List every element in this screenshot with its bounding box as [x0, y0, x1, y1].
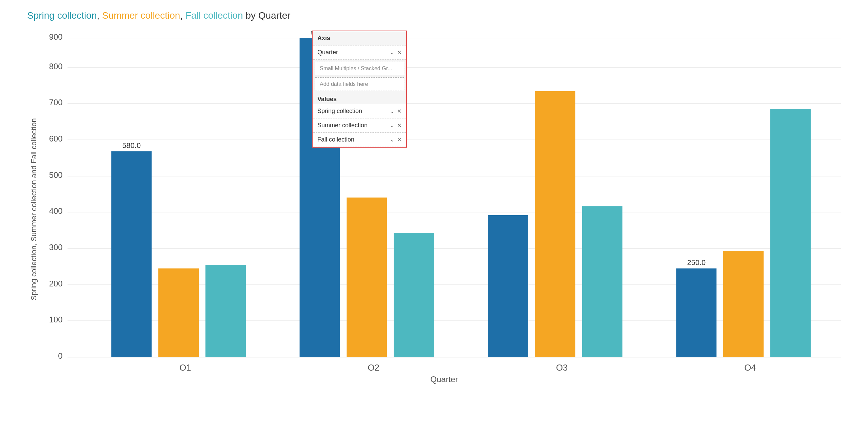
chart-area: Spring collection, Summer collection and…: [27, 31, 848, 388]
bar-q1-spring: [111, 151, 152, 357]
svg-text:Q2: Q2: [368, 363, 379, 371]
chevron-down-icon[interactable]: ⌄: [390, 108, 394, 114]
bar-q4-spring: [676, 268, 716, 357]
svg-text:100: 100: [49, 315, 63, 324]
chevron-down-icon[interactable]: ⌄: [390, 122, 394, 129]
bar-q3-spring: [488, 215, 528, 357]
panel-quarter-row[interactable]: Quarter ⌄ ✕: [313, 45, 406, 60]
svg-text:Q1: Q1: [179, 363, 191, 371]
close-icon[interactable]: ✕: [397, 108, 401, 114]
panel-quarter-label: Quarter: [317, 49, 390, 56]
panel-summer-row[interactable]: Summer collection ⌄ ✕: [313, 118, 406, 133]
bar-q3-summer: [535, 91, 575, 357]
svg-text:600: 600: [49, 134, 63, 143]
bar-q2-summer: [347, 198, 387, 357]
chart-svg: 0 100 200 300 400 500 600 700 800 900: [41, 31, 848, 371]
chart-container: Spring collection, Summer collection, Fa…: [0, 0, 868, 430]
svg-text:Q4: Q4: [744, 363, 756, 371]
svg-text:500: 500: [49, 170, 63, 180]
chevron-down-icon[interactable]: ⌄: [390, 49, 394, 56]
panel-summer-label: Summer collection: [317, 122, 390, 129]
panel-fall-label: Fall collection: [317, 136, 390, 143]
chart-inner: 0 100 200 300 400 500 600 700 800 900: [41, 31, 848, 388]
svg-text:580.0: 580.0: [122, 141, 141, 150]
panel-spring-icons: ⌄ ✕: [390, 108, 401, 114]
panel-summer-icons: ⌄ ✕: [390, 122, 401, 129]
bar-q1-fall: [205, 265, 246, 357]
panel-small-multiples-label: Small Multiples / Stacked Gr...: [320, 66, 399, 72]
y-axis-label: Spring collection, Summer collection and…: [27, 31, 41, 388]
svg-text:800: 800: [49, 62, 63, 71]
title-comma2: ,: [180, 10, 185, 21]
panel-add-data-row[interactable]: Add data fields here: [315, 77, 404, 91]
panel-quarter-icons: ⌄ ✕: [390, 49, 401, 56]
close-icon[interactable]: ✕: [397, 136, 401, 143]
panel-add-data-label: Add data fields here: [320, 81, 399, 87]
chart-title: Spring collection, Summer collection, Fa…: [27, 10, 848, 21]
svg-text:700: 700: [49, 98, 63, 107]
field-panel: Axis Quarter ⌄ ✕ Small Multiples / Stack…: [312, 31, 407, 148]
chevron-down-icon[interactable]: ⌄: [390, 136, 394, 143]
panel-spring-label: Spring collection: [317, 108, 390, 115]
bar-q2-fall: [394, 233, 434, 357]
title-suffix: by Quarter: [243, 10, 291, 21]
svg-text:900: 900: [49, 32, 63, 41]
svg-text:0: 0: [58, 351, 62, 360]
title-fall: Fall collection: [185, 10, 243, 21]
panel-values-title: Values: [313, 93, 406, 104]
title-spring: Spring collection: [27, 10, 97, 21]
panel-spring-row[interactable]: Spring collection ⌄ ✕: [313, 104, 406, 118]
close-icon[interactable]: ✕: [397, 49, 401, 56]
svg-text:250.0: 250.0: [687, 258, 706, 267]
x-axis-label: Quarter: [41, 371, 848, 388]
chart-plot: 0 100 200 300 400 500 600 700 800 900: [41, 31, 848, 371]
panel-axis-title: Axis: [313, 31, 406, 45]
bar-q3-fall: [582, 206, 623, 357]
svg-text:Q3: Q3: [556, 363, 568, 371]
bar-q4-fall: [770, 109, 811, 357]
panel-fall-row[interactable]: Fall collection ⌄ ✕: [313, 133, 406, 147]
close-icon[interactable]: ✕: [397, 122, 401, 129]
svg-text:300: 300: [49, 243, 63, 252]
bar-q1-summer: [158, 268, 199, 357]
panel-fall-icons: ⌄ ✕: [390, 136, 401, 143]
svg-text:400: 400: [49, 206, 63, 216]
title-comma1: ,: [97, 10, 102, 21]
svg-text:200: 200: [49, 279, 63, 288]
panel-small-multiples-row: Small Multiples / Stacked Gr...: [315, 62, 404, 75]
title-summer: Summer collection: [102, 10, 180, 21]
bar-q4-summer: [723, 251, 764, 357]
